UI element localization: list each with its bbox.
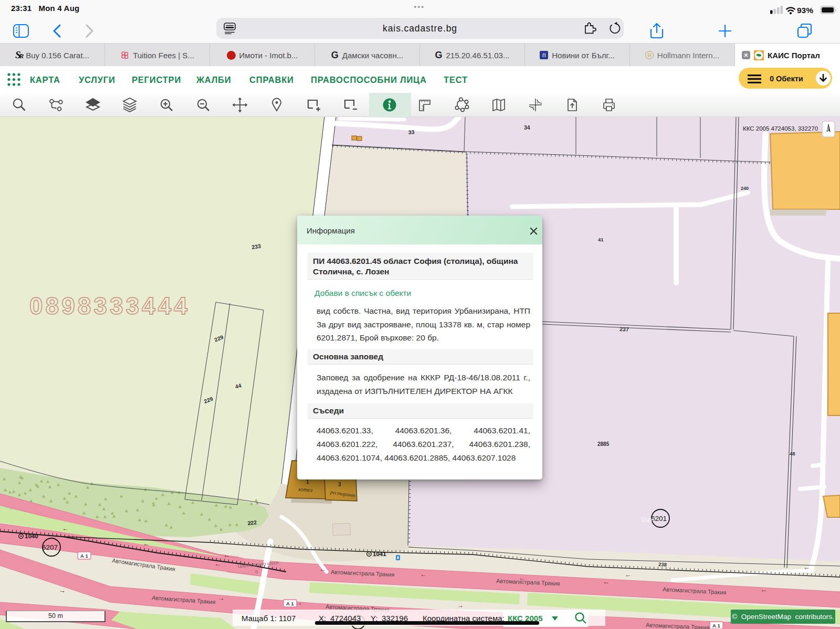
svg-text:237: 237: [620, 326, 629, 333]
svg-text:←: ←: [62, 524, 69, 532]
svg-text:←: ←: [625, 571, 632, 579]
svg-text:←: ←: [319, 565, 327, 573]
svg-text:93%: 93%: [797, 6, 813, 15]
svg-text:238: 238: [658, 561, 667, 568]
svg-text:3: 3: [338, 482, 341, 487]
svg-text:А 1: А 1: [712, 623, 721, 628]
svg-text:48: 48: [790, 451, 795, 456]
svg-text:0898333444: 0898333444: [29, 292, 190, 319]
svg-text:41: 41: [598, 237, 604, 242]
svg-text:←: ←: [420, 570, 427, 578]
svg-text:6207: 6207: [42, 543, 58, 551]
svg-text:→: →: [218, 594, 225, 602]
svg-text:←: ←: [519, 574, 526, 582]
svg-text:222: 222: [247, 519, 257, 526]
svg-text:→: →: [296, 599, 303, 607]
svg-text:←: ←: [760, 585, 768, 594]
svg-text:хотел: хотел: [298, 486, 313, 493]
svg-text:0: 0: [255, 569, 258, 574]
svg-text:233: 233: [251, 243, 261, 250]
svg-text:2885: 2885: [597, 441, 610, 447]
svg-text:1040: 1040: [25, 533, 38, 539]
svg-text:34: 34: [524, 124, 530, 131]
svg-text:ККС 2005 4724053, 332270: ККС 2005 4724053, 332270: [743, 125, 818, 132]
svg-text:←: ←: [143, 539, 150, 548]
svg-text:240: 240: [741, 186, 749, 191]
svg-text:А 1: А 1: [286, 601, 295, 606]
svg-text:←: ←: [214, 560, 222, 568]
svg-text:А 1: А 1: [80, 553, 89, 559]
svg-text:33: 33: [408, 129, 415, 135]
svg-text:←: ←: [223, 551, 230, 559]
svg-text:1: 1: [306, 479, 309, 485]
svg-text:←: ←: [803, 563, 811, 571]
svg-text:→: →: [457, 601, 464, 609]
svg-text:Църн: Църн: [641, 517, 654, 523]
svg-text:1041: 1041: [373, 551, 386, 557]
svg-text:←: ←: [603, 578, 610, 586]
